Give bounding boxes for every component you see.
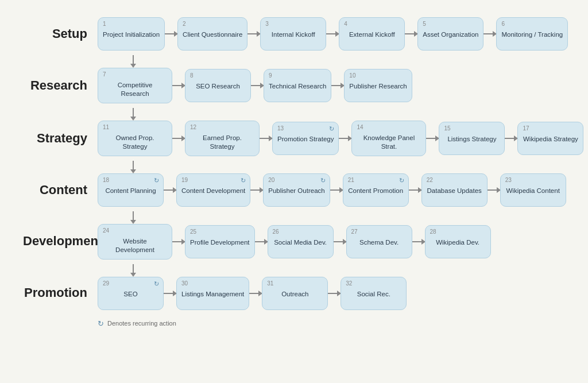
recurring-icon-29: ↻ <box>154 280 159 288</box>
recurring-icon-20: ↻ <box>320 177 326 184</box>
node-8[interactable]: 8 SEO Research <box>185 69 251 102</box>
node-label-23: Wikipedia Content <box>506 187 560 195</box>
arrow-7-8 <box>172 85 185 86</box>
legend: ↻ Denotes recurring action <box>98 319 565 328</box>
phase-row-setup: Setup 1 Project Initialization 2 Client … <box>23 17 565 51</box>
node-number-13: 13 <box>277 126 284 131</box>
node-13[interactable]: 13 ↻ Promotion Strategy <box>272 122 339 155</box>
node-label-6: Monitoring / Tracking <box>501 30 563 39</box>
arrow-31-32 <box>328 293 341 294</box>
node-number-19: 19 <box>181 177 188 183</box>
arrow-29-30 <box>164 293 176 294</box>
node-24[interactable]: 24 Website Development <box>98 224 172 260</box>
phase-label-content: Content <box>23 183 98 198</box>
node-number-8: 8 <box>190 73 194 79</box>
recurring-icon-19: ↻ <box>241 177 246 184</box>
recurring-icon-18: ↻ <box>154 177 159 184</box>
arrow-12-13 <box>260 138 272 139</box>
node-number-9: 9 <box>269 73 272 79</box>
node-17[interactable]: 17 Wikipedia Strategy <box>517 122 583 155</box>
nodes-row-strategy: 11 Owned Prop. Strategy 12 Earned Prop. … <box>98 121 565 156</box>
phase-row-promotion: Promotion 29 ↻ SEO 30 Listings Managemen… <box>23 277 565 310</box>
node-label-25: Profile Development <box>190 238 250 247</box>
down-arrowhead-3 <box>130 169 136 173</box>
arrow-18-19 <box>164 189 176 191</box>
connector-development-promotion <box>98 264 565 277</box>
node-number-11: 11 <box>103 125 109 130</box>
node-2[interactable]: 2 Client Questionnaire <box>177 17 247 51</box>
node-29[interactable]: 29 ↻ SEO <box>98 277 164 310</box>
phase-row-research: Research 7 Competitive Research 8 SEO Re… <box>23 68 565 103</box>
v-line-1 <box>133 55 134 64</box>
node-label-17: Wikipedia Strategy <box>523 135 578 144</box>
connector-setup-research <box>98 55 565 68</box>
node-21[interactable]: 21 ↻ Content Promotion <box>343 173 409 207</box>
down-arrowhead-2 <box>130 117 136 121</box>
phase-row-content: Content 18 ↻ Content Planning 19 ↻ Conte… <box>23 173 565 207</box>
node-number-23: 23 <box>505 177 512 183</box>
node-20[interactable]: 20 ↻ Publisher Outreach <box>263 173 330 207</box>
node-4[interactable]: 4 External Kickoff <box>339 17 405 51</box>
node-30[interactable]: 30 Listings Management <box>176 277 249 310</box>
node-25[interactable]: 25 Profile Development <box>185 225 255 258</box>
arrow-27-28 <box>412 241 425 242</box>
arrow-4-5 <box>405 33 417 34</box>
node-label-12: Earned Prop. Strategy <box>190 134 254 151</box>
node-label-27: Schema Dev. <box>359 238 399 247</box>
legend-recurring-icon: ↻ <box>98 319 104 328</box>
node-label-13: Promotion Strategy <box>277 135 334 144</box>
nodes-row-development: 24 Website Development 25 Profile Develo… <box>98 224 565 260</box>
node-9[interactable]: 9 Technical Research <box>264 69 331 102</box>
node-7[interactable]: 7 Competitive Research <box>98 68 172 103</box>
node-label-30: Listings Management <box>181 290 244 299</box>
arrow-26-27 <box>334 241 346 242</box>
node-label-2: Client Questionnaire <box>183 30 242 39</box>
node-5[interactable]: 5 Asset Organization <box>417 17 483 51</box>
node-1[interactable]: 1 Project Initialization <box>98 17 165 51</box>
node-22[interactable]: 22 Database Updates <box>421 173 488 207</box>
node-31[interactable]: 31 Outreach <box>262 277 328 310</box>
legend-text: Denotes recurring action <box>107 320 176 327</box>
node-10[interactable]: 10 Publisher Research <box>344 69 412 102</box>
node-6[interactable]: 6 Monitoring / Tracking <box>496 17 568 51</box>
node-number-5: 5 <box>423 21 426 27</box>
connector-content-development <box>98 211 565 224</box>
node-label-5: Asset Organization <box>423 30 478 39</box>
v-line-4 <box>133 211 134 220</box>
arrow-13-14 <box>339 138 351 139</box>
node-28[interactable]: 28 Wikipedia Dev. <box>425 225 491 258</box>
node-label-1: Project Initialization <box>103 30 160 39</box>
node-number-27: 27 <box>351 229 358 235</box>
recurring-icon-21: ↻ <box>399 177 404 184</box>
node-32[interactable]: 32 Social Rec. <box>341 277 407 310</box>
node-19[interactable]: 19 ↻ Content Development <box>176 173 250 207</box>
node-number-22: 22 <box>427 177 433 183</box>
node-12[interactable]: 12 Earned Prop. Strategy <box>185 121 260 156</box>
node-23[interactable]: 23 Wikipedia Content <box>500 173 566 207</box>
node-label-9: Technical Research <box>269 82 326 91</box>
node-27[interactable]: 27 Schema Dev. <box>346 225 412 258</box>
connector-strategy-content <box>98 161 565 173</box>
node-label-29: SEO <box>123 290 137 299</box>
nodes-row-promotion: 29 ↻ SEO 30 Listings Management 31 Outre… <box>98 277 565 310</box>
node-label-4: External Kickoff <box>349 30 395 39</box>
node-number-17: 17 <box>523 126 529 131</box>
node-number-10: 10 <box>349 73 355 79</box>
node-label-15: Listings Strategy <box>447 135 496 144</box>
phase-label-promotion: Promotion <box>23 285 98 300</box>
phase-label-strategy: Strategy <box>23 131 98 146</box>
phase-label-research: Research <box>23 78 98 93</box>
node-15[interactable]: 15 Listings Strategy <box>439 122 505 155</box>
node-11[interactable]: 11 Owned Prop. Strategy <box>98 121 172 156</box>
node-26[interactable]: 26 Social Media Dev. <box>268 225 334 258</box>
node-label-19: Content Development <box>181 187 245 195</box>
node-14[interactable]: 14 Knowledge Panel Strat. <box>351 121 426 156</box>
arrow-9-10 <box>331 85 344 86</box>
node-label-3: Internal Kickoff <box>272 30 315 39</box>
v-connector-2 <box>130 108 136 121</box>
v-line-3 <box>133 161 134 169</box>
node-18[interactable]: 18 ↻ Content Planning <box>98 173 164 207</box>
arrow-8-9 <box>251 85 264 86</box>
node-3[interactable]: 3 Internal Kickoff <box>260 17 326 51</box>
arrow-1-2 <box>165 33 177 34</box>
